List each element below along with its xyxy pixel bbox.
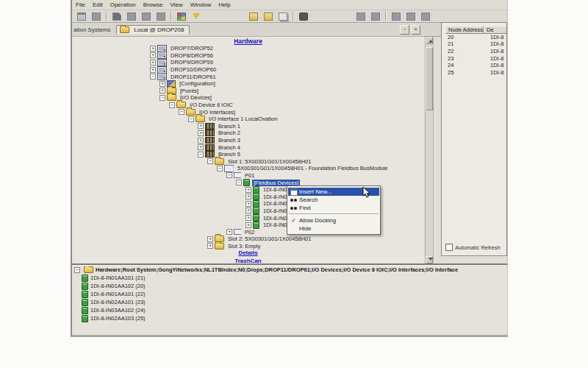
tree-item[interactable]: −Branch 5	[72, 151, 424, 158]
cut-button[interactable]	[125, 10, 138, 22]
expander-icon[interactable]: +	[245, 222, 251, 228]
list-item[interactable]: 1DI-8-IN02AA103 (25)	[82, 314, 507, 322]
expander-icon[interactable]: −	[236, 180, 242, 185]
expander-icon[interactable]: −	[179, 109, 184, 115]
tree-item[interactable]: −I/O Interface 1 LocalOvation	[72, 116, 424, 123]
menu-window[interactable]: Window	[187, 1, 215, 8]
expander-icon[interactable]: +	[245, 187, 251, 193]
expander-icon[interactable]: +	[245, 208, 251, 213]
expander-icon[interactable]: +	[245, 194, 251, 199]
tree-item[interactable]: +DROP7/DROP52	[72, 45, 424, 52]
table-row[interactable]: 211DI-8	[445, 40, 507, 48]
delete-button[interactable]	[369, 10, 382, 22]
expander-icon[interactable]: +	[150, 67, 156, 73]
tree-item[interactable]: +Branch 4	[72, 144, 424, 151]
expander-icon[interactable]: −	[188, 116, 194, 122]
table-row[interactable]: 201DI-8	[445, 34, 507, 41]
scroll-up-icon[interactable]	[426, 37, 433, 44]
list-item[interactable]: 1DI-8-IN01AA102 (20)	[82, 282, 507, 290]
tree-scrollbar[interactable]	[425, 37, 434, 263]
expander-icon[interactable]: +	[150, 46, 156, 52]
expander-icon[interactable]: +	[226, 229, 232, 235]
expander-icon[interactable]: −	[198, 152, 204, 158]
open-item-button[interactable]	[262, 10, 275, 22]
expander-icon[interactable]: +	[198, 130, 204, 136]
column-header-node-address[interactable]: Node Address	[445, 26, 484, 34]
list-item[interactable]: 1DI-8-IN02AA101 (23)	[82, 298, 507, 306]
refresh-button[interactable]	[419, 10, 432, 22]
details-link[interactable]: Details	[72, 250, 424, 258]
print-button[interactable]	[75, 10, 88, 22]
expander-icon[interactable]: −	[169, 102, 175, 108]
grid-view-button[interactable]	[404, 10, 417, 22]
paste-button[interactable]	[154, 10, 168, 22]
expander-icon[interactable]: +	[159, 88, 165, 93]
table-row[interactable]: 221DI-8	[445, 48, 507, 55]
expander-icon[interactable]: +	[150, 52, 156, 58]
list-item[interactable]: 1DI-8-IN01AA101 (22)	[82, 290, 507, 298]
window-layout-button[interactable]	[390, 10, 403, 22]
context-menu-item-hide[interactable]: Hide	[288, 224, 379, 233]
scrollbar-thumb[interactable]	[426, 47, 433, 110]
expander-icon[interactable]: +	[207, 243, 213, 249]
filter-button[interactable]	[190, 10, 203, 22]
menu-view[interactable]: View	[167, 1, 187, 8]
menu-help[interactable]: Help	[215, 1, 234, 8]
context-menu-item-allow-docking[interactable]: ✓Allow Docking	[288, 216, 379, 224]
duplicate-button[interactable]	[276, 10, 290, 22]
tree-item[interactable]: +[Points]	[72, 88, 424, 95]
tree-item[interactable]: −P01	[72, 172, 424, 180]
copy-button[interactable]	[140, 10, 153, 22]
automatic-refresh-option[interactable]: Automatic Refresh	[445, 244, 501, 251]
tree-item[interactable]: −[I/O Devices]	[72, 94, 424, 102]
column-header-device[interactable]: De	[484, 26, 507, 34]
expander-icon[interactable]: −	[150, 74, 156, 79]
expander-icon[interactable]: +	[198, 144, 204, 150]
table-row[interactable]: 251DI-8	[445, 69, 507, 77]
expander-icon[interactable]: −	[226, 172, 232, 178]
expander-icon[interactable]: +	[207, 236, 213, 242]
scroll-down-icon[interactable]	[426, 256, 433, 263]
list-item[interactable]: 1DI-8-IN03AA102 (24)	[82, 306, 507, 314]
expander-icon[interactable]: −	[217, 166, 223, 171]
preview-button[interactable]	[90, 10, 103, 22]
close-pane-button[interactable]: ×	[411, 25, 420, 35]
tree-item[interactable]: −[I/O Interfaces]	[72, 108, 424, 116]
menu-operation[interactable]: Operation	[107, 1, 140, 8]
expander-icon[interactable]: +	[159, 81, 165, 87]
tree-item[interactable]: −5X00301G01/1X00458H01 - Foundation Fiel…	[72, 165, 424, 172]
table-row[interactable]: 241DI-8	[445, 62, 507, 69]
tree-item[interactable]: +DROP8/DROP56	[72, 52, 424, 60]
new-item-button[interactable]	[247, 10, 260, 22]
dock-button[interactable]: ▫	[400, 25, 409, 35]
properties-button[interactable]	[354, 10, 368, 22]
undo-button[interactable]	[110, 10, 123, 22]
palette-button[interactable]	[175, 10, 188, 22]
expander-icon[interactable]: +	[150, 60, 156, 66]
tree-item[interactable]: +Slot 2: 5X00301G01/1X00458H01	[72, 236, 424, 243]
camera-button[interactable]	[297, 10, 310, 22]
expander-icon[interactable]: −	[159, 95, 165, 101]
menu-edit[interactable]: Edit	[89, 1, 107, 8]
tree-item[interactable]: +DROP10/DROP60	[72, 66, 424, 74]
tab-local-drop208[interactable]: Local @ DROP208	[116, 25, 190, 35]
tree-item[interactable]: −I/O Device 8 IOIC	[72, 102, 424, 109]
tree-item[interactable]: +[Configuration]	[72, 80, 424, 88]
expander-icon[interactable]: +	[198, 138, 204, 144]
list-item[interactable]: 1DI-8-IN01AA101 (21)	[82, 274, 507, 282]
tree-item[interactable]: +Branch 1	[72, 123, 424, 130]
expander-icon[interactable]: −	[74, 267, 80, 273]
context-menu-item-find[interactable]: Find	[288, 204, 379, 212]
expander-icon[interactable]: +	[198, 123, 204, 129]
menu-file[interactable]: File	[72, 1, 89, 8]
tree-item[interactable]: +DROP9/DROP59	[72, 59, 424, 66]
expander-icon[interactable]: −	[207, 158, 213, 164]
automatic-refresh-checkbox[interactable]	[445, 244, 453, 251]
tree-item[interactable]: +Branch 3	[72, 137, 424, 144]
menu-browse[interactable]: Browse	[140, 1, 167, 8]
expander-icon[interactable]: +	[245, 215, 251, 221]
tree-item[interactable]: −DROP11/DROP61	[72, 73, 424, 80]
tree-item[interactable]: −Slot 1: 5X00301G01/1X00458H01	[72, 158, 424, 166]
hardware-path-row[interactable]: − Hardware;Root System;GongYiNetworks;NL…	[72, 266, 507, 273]
expander-icon[interactable]: +	[245, 201, 251, 207]
